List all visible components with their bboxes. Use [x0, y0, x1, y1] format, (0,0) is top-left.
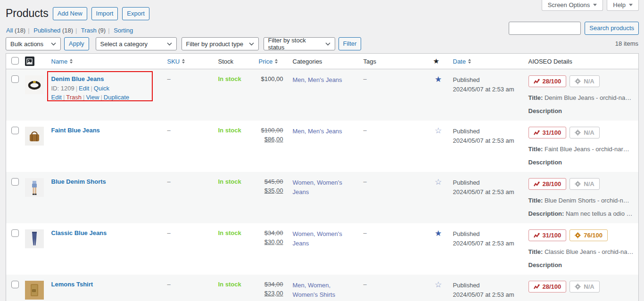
- featured-column-star-icon: ★: [433, 57, 439, 65]
- gear-icon: [575, 284, 581, 290]
- table-row: Faint Blue Jeans – In stock $100,00 $86,…: [6, 121, 639, 172]
- export-button[interactable]: Export: [122, 7, 149, 20]
- seo-analysis-icon: [534, 79, 540, 84]
- product-type-select[interactable]: Filter by product type: [182, 37, 259, 50]
- view-trash-link[interactable]: Trash (9): [81, 27, 106, 34]
- search-input[interactable]: [509, 22, 581, 35]
- filter-button[interactable]: Filter: [339, 37, 362, 50]
- sort-price-header[interactable]: Price: [259, 58, 278, 65]
- screen-options-label: Screen Options: [548, 1, 590, 8]
- sort-sku-header[interactable]: SKU: [167, 58, 185, 65]
- product-thumbnail[interactable]: ~: [25, 281, 44, 300]
- sort-name-header[interactable]: Name: [51, 58, 73, 65]
- page-details-badge[interactable]: N/A: [570, 178, 599, 190]
- page-details-badge[interactable]: N/A: [570, 127, 599, 138]
- category-links[interactable]: Men, Men's Jeans: [293, 76, 342, 83]
- seo-analysis-icon: [534, 233, 540, 238]
- separator: [76, 85, 77, 92]
- featured-star-icon[interactable]: [435, 229, 442, 238]
- stock-status-select[interactable]: Filter by stock status: [264, 37, 335, 50]
- row-checkbox[interactable]: [11, 75, 19, 83]
- view-sorting-link[interactable]: Sorting: [114, 27, 133, 34]
- regular-price: $100,00: [259, 127, 283, 134]
- category-links[interactable]: Women, Women's Jeans: [293, 179, 342, 195]
- post-status: Published: [453, 230, 480, 237]
- product-name-link[interactable]: Classic Blue Jeans: [51, 229, 107, 236]
- featured-star-icon[interactable]: [435, 178, 442, 187]
- bulk-actions-select[interactable]: Bulk actions: [6, 37, 61, 50]
- select-all-checkbox[interactable]: [11, 57, 19, 65]
- seo-title-value: Blue Denim Shorts - orchid-n…: [545, 197, 629, 204]
- post-date: 2024/05/07 at 2:53 am: [453, 188, 514, 195]
- separator: [108, 27, 109, 34]
- product-name-link[interactable]: Lemons Tshirt: [51, 281, 93, 288]
- help-label: Help: [613, 1, 626, 8]
- screen-meta-tabs: Screen Options Help: [542, 0, 639, 11]
- view-all-link[interactable]: All (18): [6, 27, 25, 34]
- sort-arrows-icon: [468, 59, 471, 64]
- featured-star-icon[interactable]: [435, 75, 442, 84]
- category-select[interactable]: Select a category: [96, 37, 177, 50]
- view-filter-links: All (18) Published (18) Trash (9) Sortin…: [6, 27, 133, 34]
- category-links[interactable]: Men, Men's Jeans: [293, 128, 342, 135]
- product-name-link[interactable]: Faint Blue Jeans: [51, 127, 100, 134]
- product-thumbnail[interactable]: [25, 75, 44, 94]
- chevron-down-icon: [249, 42, 254, 46]
- add-new-button[interactable]: Add New: [53, 7, 87, 20]
- seo-score-badge[interactable]: 31/100: [528, 127, 567, 138]
- row-checkbox[interactable]: [11, 178, 19, 186]
- featured-star-icon[interactable]: [435, 280, 442, 289]
- seo-title-label: Title:: [528, 197, 543, 204]
- product-thumbnail[interactable]: [25, 127, 44, 146]
- search-box: Search products: [509, 22, 639, 35]
- post-date: 2024/05/07 at 2:53 am: [453, 291, 514, 298]
- table-row: Blue Denim Shorts – In stock $45,00 $35,…: [6, 172, 639, 223]
- sort-date-header[interactable]: Date: [453, 58, 471, 65]
- seo-score-badge[interactable]: 31/100: [528, 229, 567, 241]
- tags-value: –: [363, 127, 367, 134]
- import-button[interactable]: Import: [91, 7, 118, 20]
- row-checkbox[interactable]: [11, 229, 19, 237]
- row-checkbox[interactable]: [11, 127, 19, 134]
- stock-status: In stock: [218, 178, 241, 185]
- featured-star-icon[interactable]: [435, 126, 442, 135]
- category-links[interactable]: Women, Women's Jeans: [293, 230, 342, 247]
- product-thumbnail[interactable]: [25, 178, 44, 197]
- help-tab[interactable]: Help: [607, 0, 639, 11]
- price-value: $100,00: [261, 75, 283, 82]
- post-status: Published: [453, 128, 480, 135]
- seo-score-badge[interactable]: 28/100: [528, 75, 567, 87]
- apply-button[interactable]: Apply: [64, 37, 89, 50]
- page-details-badge[interactable]: 76/100: [570, 229, 608, 241]
- seo-analysis-icon: [534, 130, 540, 136]
- product-thumbnail[interactable]: [25, 229, 44, 248]
- category-links[interactable]: Men, Women, Women's Shirts: [293, 282, 335, 298]
- search-products-button[interactable]: Search products: [585, 22, 639, 35]
- gear-icon: [575, 232, 581, 238]
- duplicate-link[interactable]: Duplicate: [104, 94, 129, 101]
- post-date: 2024/05/07 at 2:53 am: [453, 137, 514, 144]
- product-name-link[interactable]: Blue Denim Shorts: [51, 178, 106, 185]
- sku-value: –: [167, 75, 171, 82]
- table-row: ~ Lemons Tshirt – In stock $34,00 $23,00…: [6, 275, 639, 301]
- seo-title-label: Title:: [528, 146, 543, 153]
- trash-link[interactable]: Trash: [66, 94, 82, 101]
- seo-analysis-icon: [534, 181, 540, 187]
- seo-score-badge[interactable]: 28/100: [528, 281, 567, 293]
- table-row: Denim Blue Jeans ID: 1209EditQuick EditT…: [6, 69, 639, 121]
- view-link[interactable]: View: [86, 94, 99, 101]
- edit-link[interactable]: Edit: [79, 85, 89, 92]
- seo-description-value: Nam nec tellus a odio …: [564, 210, 632, 217]
- page-details-badge[interactable]: N/A: [570, 281, 599, 293]
- seo-description-label: Description:: [528, 210, 564, 217]
- seo-score-badge[interactable]: 28/100: [528, 178, 567, 190]
- view-published-link[interactable]: Published (18): [33, 27, 73, 34]
- seo-analysis-icon: [534, 284, 540, 290]
- screen-options-tab[interactable]: Screen Options: [542, 0, 603, 11]
- post-date: 2024/05/07 at 2:53 am: [453, 86, 514, 93]
- product-name-link[interactable]: Denim Blue Jeans: [51, 75, 104, 82]
- sku-value: –: [167, 127, 171, 134]
- page-details-badge[interactable]: N/A: [570, 75, 599, 87]
- row-checkbox[interactable]: [11, 281, 19, 288]
- chevron-down-icon: [167, 42, 172, 46]
